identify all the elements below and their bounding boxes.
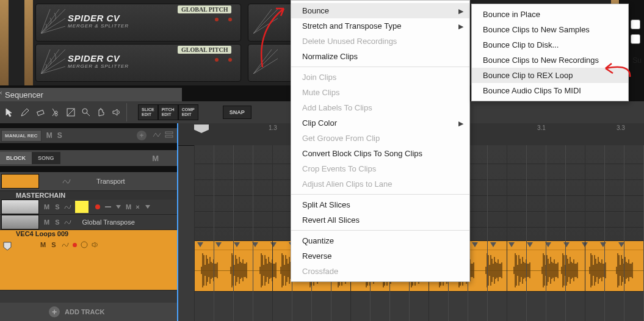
submenu-item-bounce-in-place[interactable]: Bounce in Place — [472, 7, 628, 22]
submenu-item-bounce-new-samples[interactable]: Bounce Clips to New Samples — [472, 22, 628, 37]
spider-cv-device-1[interactable]: SPIDER CV MERGER & SPLITTER GLOBAL PITCH — [35, 4, 241, 41]
global-pitch-label: GLOBAL PITCH — [178, 5, 231, 13]
dash-icon — [105, 206, 111, 207]
menu-item-normalize[interactable]: Normalize Clips — [291, 49, 469, 64]
dropdown-icon[interactable] — [116, 205, 121, 209]
track-header-row: MANUAL REC M S + — [0, 128, 177, 143]
ruler-number: 3.3 — [617, 124, 625, 131]
sequencer-title-bar: × Sequencer — [0, 88, 182, 102]
menu-separator — [291, 230, 469, 231]
checkbox-1[interactable] — [631, 20, 640, 29]
menu-item-quantize[interactable]: Quantize — [291, 233, 469, 248]
comp-edit-button[interactable]: COMP EDIT — [178, 104, 198, 120]
menu-item-clip-color[interactable]: Clip Color▶ — [291, 115, 469, 131]
chevron-right-icon: ▶ — [458, 7, 463, 15]
menu-item-reverse[interactable]: Reverse — [291, 248, 469, 264]
loops-track[interactable]: M S — [0, 239, 177, 290]
spiderweb-icon — [253, 49, 278, 74]
global-mute-button[interactable]: M — [46, 131, 52, 140]
rack-rail-left-2 — [24, 0, 33, 85]
record-arm-button[interactable] — [95, 204, 100, 209]
menu-item-adjust-alien: Adjust Alien Clips to Lane — [291, 176, 469, 192]
menu-item-join: Join Clips — [291, 70, 469, 85]
pitch-edit-button[interactable]: PITCH EDIT — [158, 104, 178, 120]
slice-edit-button[interactable]: SLICE EDIT — [138, 104, 158, 120]
menu-item-convert-block[interactable]: Convert Block Clips To Song Clips — [291, 146, 469, 161]
plus-circle-icon: + — [49, 306, 60, 317]
track-mx-label: M × — [126, 203, 141, 211]
pencil-tool-icon[interactable] — [20, 107, 30, 117]
eraser-tool-icon[interactable] — [35, 107, 45, 117]
lanes-icon[interactable] — [165, 131, 173, 139]
menu-item-delete-unused: Delete Unused Recordings — [291, 34, 469, 49]
spiderweb-icon — [41, 9, 65, 34]
sequencer-title-label: Sequencer — [5, 90, 43, 99]
chevron-right-icon: ▶ — [458, 120, 463, 128]
spiderweb-icon — [253, 9, 278, 34]
menu-item-get-groove: Get Groove From Clip — [291, 131, 469, 146]
svg-point-7 — [81, 242, 87, 248]
context-menu-main: Bounce▶ Stretch and Transpose Type▶ Dele… — [291, 0, 470, 282]
pointer-tool-icon[interactable] — [5, 107, 15, 117]
menu-separator — [291, 194, 469, 195]
song-mode-button[interactable]: SONG — [32, 152, 60, 164]
locator-left[interactable] — [194, 124, 209, 133]
razor-tool-icon[interactable] — [51, 107, 60, 117]
submenu-item-bounce-to-midi[interactable]: Bounce Audio Clips To MIDI — [472, 83, 628, 98]
block-song-row: BLOCK SONG M — [0, 150, 177, 166]
global-pitch-label: GLOBAL PITCH — [178, 46, 231, 54]
speaker-icon[interactable] — [92, 241, 99, 248]
monitor-icon[interactable] — [81, 241, 88, 248]
svg-rect-0 — [37, 110, 44, 115]
device-ports — [215, 58, 232, 62]
spiderweb-icon — [41, 49, 65, 74]
global-solo-button[interactable]: S — [57, 131, 62, 140]
device-label: SPIDER CV MERGER & SPLITTER — [68, 53, 129, 69]
close-icon[interactable]: × — [0, 90, 2, 96]
record-arm-button[interactable] — [73, 243, 77, 247]
add-track-label: ADD TRACK — [65, 308, 104, 316]
checkbox-2[interactable] — [631, 34, 640, 44]
ruler-number: 1.3 — [269, 124, 277, 131]
toolbar-separator — [126, 103, 127, 121]
menu-item-crop-events: Crop Events To Clips — [291, 161, 469, 176]
menu-item-stretch-transpose[interactable]: Stretch and Transpose Type▶ — [291, 18, 469, 34]
mute-tool-icon[interactable] — [66, 107, 76, 117]
block-mode-button[interactable]: BLOCK — [0, 152, 32, 164]
svg-rect-6 — [165, 135, 173, 137]
masterchain-track[interactable]: M S M × — [0, 200, 177, 215]
chevron-right-icon: ▶ — [458, 23, 463, 31]
track-ms-buttons[interactable]: M S — [44, 203, 62, 211]
master-mute-button[interactable]: M — [152, 154, 159, 163]
track-ms-buttons[interactable]: M S — [40, 241, 58, 248]
ruler-number: 3.1 — [537, 124, 546, 131]
menu-item-split-slices[interactable]: Split At Slices — [291, 197, 469, 212]
hand-tool-icon[interactable] — [96, 107, 106, 117]
clip-handle-icon[interactable] — [2, 241, 12, 251]
manual-rec-button[interactable]: MANUAL REC — [1, 130, 42, 142]
expand-icon[interactable] — [145, 205, 150, 209]
speaker-tool-icon[interactable] — [112, 107, 121, 117]
track-header-label: VEC4 Loops 009 — [16, 230, 68, 237]
global-transpose-track[interactable]: M S Global Transpose — [0, 215, 177, 230]
menu-item-mute: Mute Clips — [291, 85, 469, 100]
track-name-label: Transport — [96, 178, 125, 185]
submenu-item-bounce-to-disk[interactable]: Bounce Clip to Disk... — [472, 37, 628, 52]
loops-track-header[interactable]: VEC4 Loops 009 — [0, 230, 177, 239]
automation-wave-icon — [64, 203, 71, 211]
track-ms-buttons[interactable]: M S — [44, 218, 62, 226]
snap-button[interactable]: SNAP — [223, 106, 251, 119]
submenu-item-bounce-rex-loop[interactable]: Bounce Clip to REX Loop — [472, 68, 628, 83]
menu-item-revert-slices[interactable]: Revert All Slices — [291, 212, 469, 228]
menu-item-bounce[interactable]: Bounce▶ — [291, 3, 469, 18]
automation-icon[interactable] — [153, 131, 161, 139]
device-label: SPIDER CV MERGER & SPLITTER — [68, 13, 129, 29]
transport-track[interactable]: Transport — [0, 172, 177, 191]
magnify-tool-icon[interactable] — [81, 107, 91, 117]
masterchain-header[interactable]: MASTERCHAIN — [0, 191, 177, 200]
playhead[interactable] — [177, 123, 178, 321]
add-lane-button[interactable]: + — [137, 131, 147, 140]
menu-item-crossfade: Crossfade — [291, 264, 469, 279]
submenu-item-bounce-new-recordings[interactable]: Bounce Clips to New Recordings — [472, 52, 628, 68]
spider-cv-device-2[interactable]: SPIDER CV MERGER & SPLITTER GLOBAL PITCH — [35, 44, 241, 82]
